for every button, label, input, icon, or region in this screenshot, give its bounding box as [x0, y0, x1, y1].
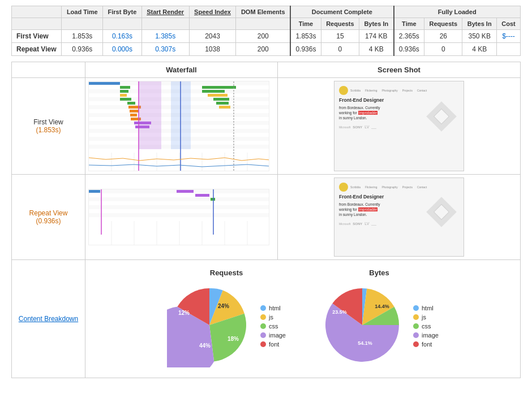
requests-chart-container: Requests	[167, 269, 286, 369]
bytes-chart-container: Bytes	[320, 269, 439, 369]
rv-first-byte: 0.000s	[103, 43, 142, 56]
svg-rect-38	[202, 86, 236, 89]
repeat-view-name: Repeat View	[18, 209, 79, 217]
rv-start-render: 0.307s	[141, 43, 189, 56]
fully-loaded-header: Fully Loaded	[394, 6, 521, 18]
empty-section-header	[12, 62, 85, 78]
rv-nav-4: Projects	[402, 185, 413, 189]
fb-sub	[103, 18, 142, 30]
rv-dom-elements: 200	[236, 43, 290, 56]
rv-fl-bytes: 4 KB	[462, 43, 496, 56]
fv-dom-elements: 200	[236, 30, 290, 43]
rv-fl-time: 0.936s	[394, 43, 424, 56]
svg-rect-31	[127, 102, 135, 105]
fv-highlight: Improbable	[358, 111, 378, 115]
start-render-header: Start Render	[141, 6, 189, 18]
fv-ss-nav: Scribbla Flickering Photography Projects…	[339, 86, 459, 95]
bytes-html-dot	[413, 305, 419, 311]
load-time-header: Load Time	[62, 6, 103, 18]
svg-rect-57	[89, 193, 269, 197]
rv-ss-title: Front-End Designer	[339, 194, 428, 200]
rv-fl-requests: 0	[424, 43, 462, 56]
svg-rect-65	[177, 190, 194, 193]
svg-rect-29	[120, 94, 127, 97]
first-view-waterfall-cell	[85, 78, 278, 175]
fv-ss-desc: from Bordeaux. Currentlyworking for Impr…	[339, 105, 428, 120]
fv-ss-logos: Microsoft SONY LV ⎯⎯⎯	[339, 125, 428, 129]
fv-ss-title: Front-End Designer	[339, 97, 428, 103]
legend-font-requests: font	[260, 341, 286, 348]
rv-dc-bytes: 4 KB	[359, 43, 394, 56]
fv-start-render: 1.385s	[141, 30, 189, 43]
repeat-view-section-label: Repeat View (0.936s)	[12, 175, 85, 260]
html-label-req: html	[269, 305, 281, 311]
section-header-row: Waterfall Screen Shot	[12, 62, 521, 78]
svg-rect-34	[130, 114, 137, 116]
first-view-time: (1.853s)	[18, 126, 79, 134]
repeat-view-screenshot-cell: Scribbla Flickering Photography Projects…	[278, 175, 521, 260]
svg-rect-62	[89, 213, 269, 217]
fv-first-byte: 0.163s	[103, 30, 142, 43]
repeat-view-screenshot: Scribbla Flickering Photography Projects…	[334, 177, 464, 257]
legend-js-bytes: js	[413, 314, 439, 321]
first-view-section-row: First View (1.853s)	[12, 78, 521, 175]
bytes-pie-wrapper: 14.4% 23.5% 54.1%	[320, 283, 405, 369]
charts-container: Requests	[94, 269, 512, 369]
svg-rect-66	[195, 194, 209, 197]
bytes-js-dot	[413, 314, 419, 320]
requests-legend: html js css	[260, 305, 286, 348]
bytes-pie-svg: 14.4% 23.5% 54.1%	[320, 283, 405, 367]
first-view-screenshot-cell: Scribbla Flickering Photography Projects…	[278, 78, 521, 175]
svg-rect-28	[120, 90, 128, 93]
bytes-label-235: 23.5%	[332, 309, 347, 315]
fl-cost-sub: Cost	[496, 18, 520, 30]
rv-dc-requests: 0	[321, 43, 359, 56]
html-label-bytes: html	[422, 305, 434, 311]
fv-fl-time: 2.365s	[394, 30, 424, 43]
fv-load-time: 1.853s	[62, 30, 103, 43]
font-label-req: font	[269, 341, 279, 348]
rv-nav-1: Scribbla	[350, 185, 361, 189]
fv-fl-bytes: 350 KB	[462, 30, 496, 43]
rv-ss-logos: Microsoft SONY LV ⎯⎯⎯	[339, 222, 428, 226]
legend-css-requests: css	[260, 323, 286, 330]
fv-ss-diamond-wrapper	[428, 103, 459, 134]
legend-font-bytes: font	[413, 341, 439, 348]
si-sub	[189, 18, 236, 30]
rv-load-time: 0.936s	[62, 43, 103, 56]
logo-lv: LV	[364, 125, 369, 129]
requests-pie-svg: 12% 24% 44% 18%	[167, 283, 252, 367]
first-view-section-label: First View (1.853s)	[12, 78, 85, 175]
rv-logo-microsoft: Microsoft	[339, 222, 350, 226]
pie-label-44: 44%	[199, 343, 211, 349]
bytes-chart-inner: 14.4% 23.5% 54.1% html	[320, 283, 439, 369]
summary-table-wrapper: Load Time First Byte Start Render Speed …	[0, 0, 532, 62]
svg-rect-60	[89, 205, 269, 209]
legend-css-bytes: css	[413, 323, 439, 330]
svg-rect-59	[89, 201, 269, 205]
first-view-name: First View	[18, 118, 79, 126]
content-breakdown-row: Content Breakdown Requests	[12, 260, 521, 378]
svg-rect-41	[213, 98, 229, 101]
bytes-font-dot	[413, 341, 419, 347]
fv-dc-time: 1.853s	[290, 30, 321, 43]
image-label-req: image	[269, 332, 286, 339]
svg-rect-44	[139, 81, 161, 149]
pie-label-12: 12%	[178, 310, 190, 316]
font-dot	[260, 341, 266, 347]
repeat-view-section-row: Repeat View (0.936s)	[12, 175, 521, 260]
waterfall-screenshot-table: Waterfall Screen Shot First View (1.853s…	[11, 62, 521, 378]
rv-nav-5: Contact	[417, 185, 427, 189]
rv-nav-2: Flickering	[365, 185, 377, 189]
svg-rect-26	[89, 82, 120, 85]
fv-ss-logo	[339, 86, 348, 95]
fv-ss-text: Front-End Designer from Bordeaux. Curren…	[339, 97, 428, 129]
rv-highlight: Improbable	[358, 207, 378, 211]
rv-logo-other: ⎯⎯⎯	[371, 222, 376, 226]
content-breakdown-link[interactable]: Content Breakdown	[12, 260, 85, 378]
css-label-bytes: css	[422, 323, 431, 330]
rv-ss-desc: from Bordeaux. Currentlyworking for Impr…	[339, 202, 428, 217]
first-view-row: First View 1.853s 0.163s 1.385s 2043 200…	[12, 30, 521, 43]
svg-rect-39	[202, 90, 225, 93]
nav-item-1: Scribbla	[350, 89, 361, 92]
